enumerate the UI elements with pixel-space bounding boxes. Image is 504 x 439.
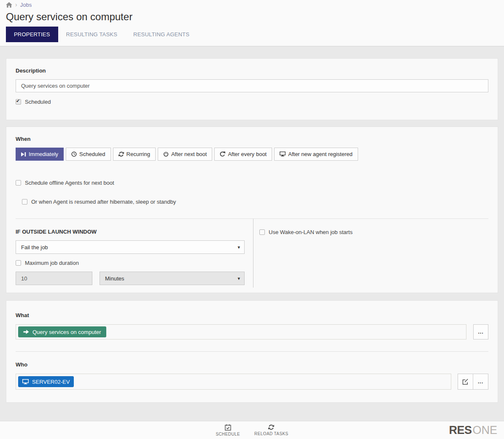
res-one-logo: RESONE	[449, 425, 497, 436]
when-option-label: After every boot	[228, 151, 267, 157]
clock-icon	[71, 151, 77, 157]
when-option-label: After next boot	[171, 151, 207, 157]
resume-checkbox[interactable]	[22, 199, 27, 205]
when-option-after-next-boot[interactable]: After next boot	[158, 148, 213, 161]
launch-window-action-select[interactable]: Fail the job	[16, 240, 245, 254]
ellipsis-icon: ...	[478, 331, 483, 333]
what-who-panel: What Query services on computer ... Who	[6, 300, 498, 403]
when-option-label: After new agent registered	[288, 151, 352, 157]
launch-window-action-value: Fail the job	[21, 244, 48, 250]
schedule-offline-checkbox-row: Schedule offline Agents for next boot	[16, 180, 488, 186]
resume-checkbox-label: Or when Agent is resumed after hibernate…	[31, 199, 176, 205]
task-tag[interactable]: Query services on computer	[18, 326, 106, 337]
page-title: Query services on computer	[6, 11, 498, 23]
when-option-immediately[interactable]: Immediately	[16, 148, 64, 161]
what-heading: What	[16, 312, 488, 319]
tab-bar: PROPERTIES RESULTING TASKS RESULTING AGE…	[6, 27, 498, 42]
wake-on-lan-section: Use Wake-on-LAN when job starts	[253, 219, 488, 288]
when-option-label: Scheduled	[79, 151, 105, 157]
scheduled-checkbox-label: Scheduled	[25, 99, 51, 105]
duration-unit-select[interactable]: Minutes	[100, 272, 245, 285]
tab-properties[interactable]: PROPERTIES	[6, 27, 58, 42]
wake-on-lan-checkbox[interactable]	[259, 229, 265, 235]
edit-icon	[462, 379, 469, 385]
refresh-icon	[119, 151, 124, 157]
description-input[interactable]: Query services on computer	[16, 79, 488, 92]
when-option-group: Immediately Scheduled Recurring After ne…	[16, 148, 488, 161]
what-more-button[interactable]: ...	[473, 324, 488, 339]
tab-resulting-tasks[interactable]: RESULTING TASKS	[58, 27, 125, 42]
calendar-check-icon	[225, 424, 231, 431]
schedule-button-label: SCHEDULE	[216, 432, 240, 436]
who-more-button[interactable]: ...	[473, 374, 488, 390]
logo-one: ONE	[472, 424, 497, 436]
wake-on-lan-checkbox-label: Use Wake-on-LAN when job starts	[269, 229, 353, 235]
schedule-offline-checkbox[interactable]	[16, 180, 21, 186]
when-option-after-every-boot[interactable]: After every boot	[214, 148, 272, 161]
page-header: › Jobs Query services on computer PROPER…	[0, 0, 504, 46]
scheduled-checkbox[interactable]	[16, 99, 21, 105]
reload-tasks-button[interactable]: RELOAD TASKS	[254, 424, 288, 436]
when-option-label: Immediately	[29, 151, 58, 157]
launch-window-section: IF OUTSIDE LAUNCH WINDOW Fail the job Ma…	[16, 219, 253, 288]
step-forward-icon	[21, 152, 26, 157]
when-option-after-new-agent-registered[interactable]: After new agent registered	[274, 148, 358, 161]
agent-tag-label: SERVER02-EV	[32, 379, 70, 385]
max-duration-checkbox[interactable]	[16, 260, 21, 266]
when-option-recurring[interactable]: Recurring	[113, 148, 156, 161]
who-edit-button[interactable]	[458, 374, 473, 390]
when-option-scheduled[interactable]: Scheduled	[66, 148, 111, 161]
scheduled-checkbox-row: Scheduled	[16, 99, 488, 105]
max-duration-checkbox-row: Maximum job duration	[16, 260, 245, 266]
task-tag-label: Query services on computer	[32, 329, 101, 335]
when-option-label: Recurring	[127, 151, 150, 157]
reload-tasks-button-label: RELOAD TASKS	[254, 431, 288, 436]
refresh-icon	[268, 424, 274, 430]
arrow-right-icon	[23, 329, 29, 334]
description-panel: Description Query services on computer S…	[6, 58, 498, 120]
breadcrumb: › Jobs	[6, 1, 498, 8]
logo-res: RES	[449, 424, 472, 436]
max-duration-checkbox-label: Maximum job duration	[25, 260, 79, 266]
wake-on-lan-checkbox-row: Use Wake-on-LAN when job starts	[259, 229, 488, 235]
schedule-offline-checkbox-label: Schedule offline Agents for next boot	[25, 180, 114, 186]
power-icon	[163, 151, 169, 157]
description-heading: Description	[16, 67, 488, 74]
duration-value-input[interactable]: 10	[16, 272, 92, 285]
what-who-divider	[16, 351, 488, 352]
resume-checkbox-row: Or when Agent is resumed after hibernate…	[22, 199, 488, 205]
desktop-icon	[280, 151, 286, 157]
schedule-button[interactable]: SCHEDULE	[216, 424, 240, 436]
when-panel: When Immediately Scheduled Recurring	[6, 127, 498, 293]
duration-unit-value: Minutes	[105, 275, 124, 282]
launch-window-heading: IF OUTSIDE LAUNCH WINDOW	[16, 228, 245, 235]
who-field[interactable]: SERVER02-EV	[16, 374, 451, 390]
rotate-right-icon	[220, 151, 225, 157]
tab-resulting-agents[interactable]: RESULTING AGENTS	[125, 27, 197, 42]
footer-bar: SCHEDULE RELOAD TASKS RESONE	[0, 421, 504, 439]
home-icon[interactable]	[6, 2, 12, 8]
agent-tag[interactable]: SERVER02-EV	[18, 376, 74, 387]
when-heading: When	[16, 135, 488, 143]
ellipsis-icon: ...	[478, 380, 483, 383]
breadcrumb-item-jobs[interactable]: Jobs	[20, 2, 32, 8]
who-heading: Who	[16, 361, 488, 368]
chevron-right-icon: ›	[15, 2, 17, 7]
desktop-icon	[22, 379, 29, 385]
what-field[interactable]: Query services on computer	[16, 324, 466, 339]
